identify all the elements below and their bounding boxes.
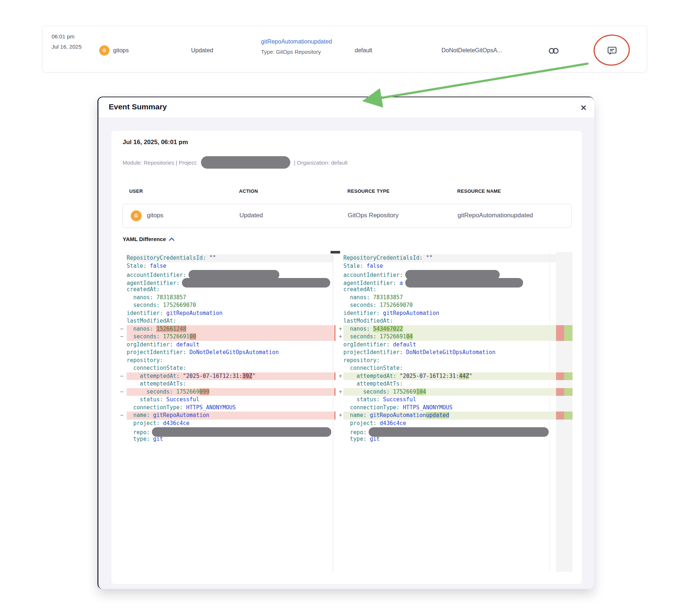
resource-type-label: Type: GitOps Repository xyxy=(261,49,321,55)
ruler-added-block xyxy=(564,372,573,380)
diff-line: repo: xyxy=(127,427,333,435)
diff-splitter-handle[interactable] xyxy=(331,251,340,253)
diff-line: status: Successful xyxy=(127,396,333,404)
row-user: gitops xyxy=(147,212,163,219)
ruler-added-block xyxy=(564,325,573,341)
diff-removed-marker: − xyxy=(117,333,127,341)
diff-line: repository: xyxy=(343,357,556,365)
diff-line: orgIdentifier: default xyxy=(343,341,556,349)
project-label: DoNotDeleteGitOpsA... xyxy=(441,47,502,54)
diff-line: identifier: gitRepoAutomation xyxy=(127,309,333,318)
ruler-removed-block xyxy=(556,388,564,396)
diff-line: nanos: 152661248 xyxy=(127,325,333,333)
diff-line: connectionType: HTTPS_ANONYMOUS xyxy=(127,404,333,412)
col-header-user: USER xyxy=(129,188,143,194)
user-label: gitops xyxy=(113,47,129,54)
diff-line: seconds: 1752669070 xyxy=(127,301,333,309)
diff-line: identifier: gitRepoAutomation xyxy=(343,309,556,318)
modal-header: Event Summary ✕ xyxy=(98,97,594,118)
event-summary-modal: Event Summary ✕ Jul 16, 2025, 06:01 pm M… xyxy=(97,97,594,589)
diff-line: projectIdentifier: DoNotDeleteGitOpsAuto… xyxy=(343,349,556,357)
diff-removed-marker: − xyxy=(117,388,127,396)
redacted-value-pill xyxy=(152,427,331,437)
diff-removed-marker: − xyxy=(117,372,127,380)
diff-line: nanos: 783183857 xyxy=(343,294,556,302)
ruler-removed-block xyxy=(556,412,564,420)
diff-line: project: d436c4ce xyxy=(127,420,333,428)
diff-line: name: gitRepoAutomation xyxy=(127,412,333,420)
redacted-value-pill xyxy=(369,427,549,437)
col-header-resource-name: RESOURCE NAME xyxy=(457,188,501,194)
diff-line: seconds: 1752669100 xyxy=(127,333,333,341)
diff-line: RepositoryCredentialsId: "" xyxy=(343,254,556,262)
event-time: 06:01 pm xyxy=(52,33,75,40)
col-header-resource-type: RESOURCE TYPE xyxy=(347,188,389,194)
diff-left-gutter: −−−−− xyxy=(117,254,127,574)
audit-log-row[interactable]: 06:01 pm Jul 16, 2025 G gitops Updated g… xyxy=(42,26,647,72)
diff-line: projectIdentifier: DoNotDeleteGitOpsAuto… xyxy=(127,349,333,357)
meta-right: | Organization: default xyxy=(294,159,347,166)
diff-line: seconds: 1752669104 xyxy=(343,333,556,341)
org-label: default xyxy=(355,47,372,54)
event-date: Jul 16, 2025 xyxy=(52,44,82,50)
diff-line: connectionState: xyxy=(343,364,556,372)
diff-line: Stale: false xyxy=(343,262,556,270)
row-resource-name: gitRepoAutomationupdated xyxy=(458,212,533,219)
diff-line: status: Successful xyxy=(343,396,556,404)
diff-line: accountIdentifier: xyxy=(127,270,333,278)
diff-line: attemptedAtTs: xyxy=(343,380,556,388)
redacted-value-pill xyxy=(405,278,523,288)
diff-divider xyxy=(333,252,333,572)
yaml-difference-toggle[interactable]: YAML Difference xyxy=(123,236,175,242)
diff-line: RepositoryCredentialsId: "" xyxy=(127,254,333,262)
table-row: G gitops Updated GitOps Repository gitRe… xyxy=(122,204,572,228)
ruler-added-block xyxy=(564,412,573,420)
diff-line: repo: xyxy=(343,427,556,435)
resource-name-link[interactable]: gitRepoAutomationupdated xyxy=(261,38,332,45)
close-icon[interactable]: ✕ xyxy=(577,102,590,114)
event-meta: Module: Repositories | Project:| Organiz… xyxy=(123,156,347,169)
diff-line: orgIdentifier: default xyxy=(127,341,333,349)
modal-title: Event Summary xyxy=(109,102,167,111)
diff-line: agentIdentifier: a xyxy=(343,278,556,286)
redacted-value-pill xyxy=(182,278,330,288)
diff-left-pane: RepositoryCredentialsId: ""Stale: falsea… xyxy=(127,254,333,443)
diff-right-pane: RepositoryCredentialsId: ""Stale: falsea… xyxy=(343,254,556,443)
diff-overview-ruler[interactable] xyxy=(556,252,573,572)
diff-removed-marker: − xyxy=(117,325,127,333)
diff-right-gutter: +++++ xyxy=(334,254,343,574)
event-note-icon[interactable] xyxy=(604,43,620,59)
diff-line: nanos: 543467022 xyxy=(343,325,556,333)
diff-line: connectionState: xyxy=(127,364,333,372)
chevron-up-icon[interactable] xyxy=(169,237,175,241)
avatar: G xyxy=(131,210,142,221)
ruler-removed-block xyxy=(556,372,564,380)
event-summary-card: Jul 16, 2025, 06:01 pm Module: Repositor… xyxy=(111,130,582,585)
diff-line: seconds: 1752669070 xyxy=(343,301,556,309)
diff-line: lastModifiedAt: xyxy=(343,317,556,325)
diff-line: project: d436c4ce xyxy=(343,420,556,428)
event-datetime: Jul 16, 2025, 06:01 pm xyxy=(123,139,188,146)
diff-right-pane-edge xyxy=(549,252,550,572)
diff-line: name: gitRepoAutomationupdated xyxy=(343,412,556,420)
yaml-diff-editor[interactable]: −−−−− RepositoryCredentialsId: ""Stale: … xyxy=(117,252,573,572)
diff-line: Stale: false xyxy=(127,262,333,270)
col-header-action: ACTION xyxy=(239,188,258,194)
ruler-added-block xyxy=(564,388,573,396)
yaml-difference-label: YAML Difference xyxy=(123,236,166,242)
diff-line: accountIdentifier: xyxy=(343,270,556,278)
diff-line: agentIdentifier: xyxy=(127,278,333,286)
redacted-project-pill xyxy=(201,156,290,169)
ruler-removed-block xyxy=(556,325,564,341)
diff-removed-marker: − xyxy=(117,412,127,420)
diff-line: seconds: 1752669104 xyxy=(343,388,556,396)
diff-line: connectionType: HTTPS_ANONYMOUS xyxy=(343,404,556,412)
diff-line: seconds: 1752669099 xyxy=(127,388,333,396)
diff-line: repository: xyxy=(127,357,333,365)
action-label: Updated xyxy=(191,47,213,54)
chain-link-icon[interactable] xyxy=(545,43,562,59)
diff-line: attemptedAtTs: xyxy=(127,380,333,388)
row-action: Updated xyxy=(239,212,263,219)
diff-line: attemptedAt: "2025-07-16T12:31:44Z" xyxy=(343,372,556,380)
meta-left: Module: Repositories | Project: xyxy=(123,159,197,166)
